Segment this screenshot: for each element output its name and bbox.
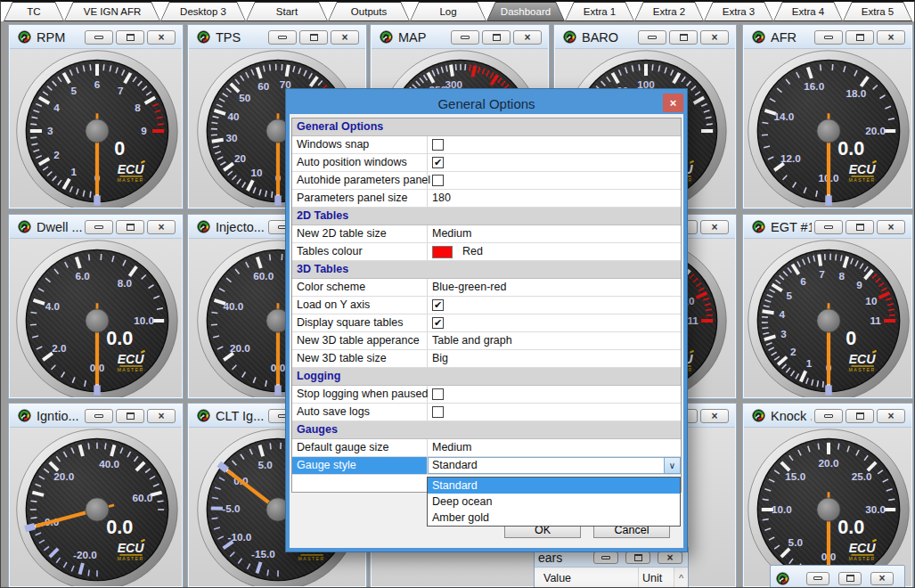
option-row-windows-snap: Windows snap — [292, 136, 681, 154]
option-value-cell[interactable] — [428, 172, 681, 189]
minimize-button[interactable] — [806, 572, 829, 585]
dropdown-item-standard[interactable]: Standard — [428, 478, 680, 494]
gauge-value: 0.0 — [837, 516, 864, 538]
window-titlebar[interactable]: Igntio...× — [10, 404, 182, 428]
checkbox[interactable] — [432, 175, 444, 186]
svg-text:30.0: 30.0 — [865, 503, 886, 515]
close-button[interactable]: × — [147, 30, 176, 45]
maximize-button[interactable] — [482, 30, 511, 45]
close-button[interactable]: × — [147, 409, 176, 423]
maximize-button[interactable] — [846, 30, 874, 45]
close-button[interactable]: × — [877, 220, 905, 234]
svg-text:8.0: 8.0 — [117, 277, 132, 289]
checkbox[interactable]: ✔ — [432, 317, 444, 329]
minimize-button[interactable] — [451, 30, 479, 45]
checkbox[interactable] — [432, 139, 444, 151]
maximize-button[interactable] — [299, 30, 328, 45]
window-titlebar[interactable]: TPS× — [189, 26, 365, 49]
option-value-cell[interactable]: Blue-green-red — [428, 279, 681, 296]
minimized-gauge-window[interactable]: × — [770, 565, 905, 588]
window-titlebar[interactable]: BARO× — [555, 26, 735, 49]
tab-start[interactable]: Start — [246, 2, 328, 21]
close-button[interactable]: × — [331, 30, 359, 45]
tab-log[interactable]: Log — [410, 2, 486, 21]
maximize-button[interactable] — [116, 220, 144, 234]
window-titlebar[interactable]: Dwell ...× — [10, 216, 182, 239]
tab-extra-3[interactable]: Extra 3 — [704, 2, 773, 21]
close-button[interactable]: × — [700, 220, 729, 234]
minimize-button[interactable] — [85, 220, 113, 234]
tab-desktop-3[interactable]: Desktop 3 — [160, 2, 246, 21]
tab-extra-5[interactable]: Extra 5 — [843, 2, 912, 21]
minimize-button[interactable] — [814, 30, 843, 45]
window-titlebar[interactable]: MAP× — [372, 26, 548, 49]
close-button[interactable]: × — [658, 551, 682, 564]
minimize-button[interactable] — [593, 551, 618, 564]
maximize-button[interactable] — [116, 30, 144, 45]
tab-extra-1[interactable]: Extra 1 — [565, 2, 634, 21]
option-value-cell[interactable]: Standard∨ — [428, 457, 681, 474]
maximize-button[interactable] — [846, 220, 874, 234]
ecu-logo-sub: MASTER — [298, 556, 325, 561]
dialog-titlebar[interactable]: General Options × — [290, 93, 683, 114]
maximize-button[interactable] — [669, 30, 698, 45]
option-label: Parameters panel size — [292, 190, 428, 207]
close-button[interactable]: × — [877, 30, 905, 45]
tab-ve-ign-afr[interactable]: VE IGN AFR — [64, 2, 160, 21]
minimize-button[interactable] — [85, 409, 113, 423]
close-button[interactable]: × — [513, 30, 542, 45]
window-titlebar[interactable]: AFR× — [744, 26, 911, 49]
combobox-dropdown-icon[interactable]: ∨ — [664, 457, 681, 474]
svg-text:5.0: 5.0 — [257, 459, 273, 470]
minimize-button[interactable] — [638, 30, 666, 45]
option-value-cell[interactable] — [428, 404, 681, 421]
maximize-icon — [310, 34, 318, 41]
option-value-cell[interactable]: 180 — [428, 190, 681, 207]
maximize-button[interactable] — [846, 409, 874, 423]
color-swatch[interactable] — [432, 246, 453, 258]
tab-extra-4[interactable]: Extra 4 — [773, 2, 843, 21]
option-value-cell[interactable] — [428, 136, 681, 153]
option-value-cell[interactable]: Table and graph — [428, 332, 681, 349]
tab-outputs[interactable]: Outputs — [328, 2, 410, 21]
section-label: 2D Tables — [297, 208, 348, 225]
scroll-up-icon[interactable]: ^ — [674, 568, 688, 588]
close-button[interactable]: × — [870, 572, 894, 585]
close-button[interactable]: × — [147, 220, 176, 234]
option-value-cell[interactable]: Medium — [428, 225, 681, 242]
dropdown-item-deep-ocean[interactable]: Deep ocean — [428, 494, 680, 510]
window-titlebar[interactable]: Knock ...× — [744, 404, 911, 428]
close-button[interactable]: × — [877, 409, 905, 423]
window-titlebar[interactable]: RPM× — [10, 26, 182, 49]
maximize-button[interactable] — [116, 409, 144, 423]
maximize-button[interactable] — [838, 572, 862, 585]
option-value-cell[interactable]: Medium — [428, 439, 681, 456]
checkbox[interactable]: ✔ — [432, 299, 444, 311]
gauge-icon — [752, 409, 765, 422]
option-value-cell[interactable]: ✔ — [428, 314, 681, 331]
option-value-cell[interactable] — [428, 386, 681, 403]
dialog-close-icon[interactable]: × — [663, 94, 683, 112]
minimize-icon — [278, 36, 287, 39]
maximize-icon — [127, 412, 135, 420]
tab-tc[interactable]: TC — [4, 2, 64, 21]
minimize-button[interactable] — [85, 30, 113, 45]
tab-label: Extra 3 — [705, 3, 772, 20]
minimize-button[interactable] — [268, 30, 297, 45]
tab-dashboard[interactable]: Dashboard — [486, 2, 565, 21]
minimize-button[interactable] — [814, 220, 843, 234]
checkbox[interactable] — [432, 388, 444, 400]
checkbox[interactable]: ✔ — [432, 157, 444, 168]
close-button[interactable]: × — [700, 409, 729, 423]
close-button[interactable]: × — [700, 30, 729, 45]
window-titlebar[interactable]: EGT #1× — [744, 216, 911, 239]
dropdown-item-amber-gold[interactable]: Amber gold — [428, 510, 680, 526]
option-value-cell[interactable]: ✔ — [428, 297, 681, 314]
option-value-cell[interactable]: Red — [428, 243, 681, 260]
minimize-button[interactable] — [814, 409, 843, 423]
tab-extra-2[interactable]: Extra 2 — [634, 2, 704, 21]
option-value-cell[interactable]: ✔ — [428, 154, 681, 171]
maximize-button[interactable] — [625, 551, 650, 564]
option-value-cell[interactable]: Big — [428, 350, 681, 367]
checkbox[interactable] — [432, 406, 444, 418]
